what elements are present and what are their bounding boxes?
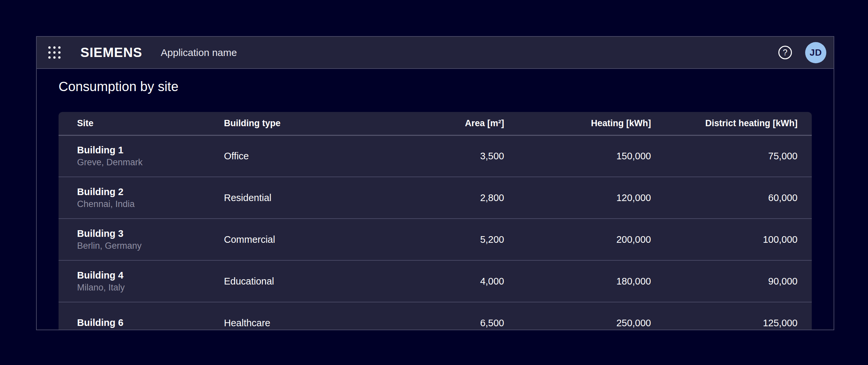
building-type-cell: Healthcare	[224, 302, 357, 330]
question-mark-glyph: ?	[783, 48, 787, 57]
site-cell: Building 4 Milano, Italy	[59, 260, 224, 302]
dot	[58, 46, 61, 49]
help-icon[interactable]: ?	[778, 46, 792, 59]
table-row[interactable]: Building 3 Berlin, Germany Commercial 5,…	[59, 219, 812, 260]
app-window: SIEMENS Application name ? JD Consumptio…	[36, 36, 834, 330]
area-cell: 2,800	[357, 177, 504, 219]
building-type-cell: Educational	[224, 260, 357, 302]
table-header-row: SiteBuilding typeArea [m²]Heating [kWh]D…	[59, 112, 812, 135]
site-name: Building 2	[77, 186, 224, 198]
app-switcher-icon[interactable]	[48, 46, 61, 59]
siemens-logo: SIEMENS	[81, 45, 142, 60]
site-name: Building 3	[77, 228, 224, 240]
page-content: Consumption by site SiteBuilding typeAre…	[37, 79, 834, 330]
table-row[interactable]: Building 1 Greve, Denmark Office 3,500 1…	[59, 135, 812, 177]
district-heating-cell: 100,000	[651, 219, 812, 260]
table-row[interactable]: Building 4 Milano, Italy Educational 4,0…	[59, 260, 812, 302]
site-name: Building 1	[77, 144, 224, 156]
district-heating-cell: 125,000	[651, 302, 812, 330]
heating-cell: 120,000	[504, 177, 651, 219]
consumption-table: SiteBuilding typeArea [m²]Heating [kWh]D…	[59, 112, 812, 330]
heating-cell: 200,000	[504, 219, 651, 260]
site-cell: Building 3 Berlin, Germany	[59, 219, 224, 260]
district-heating-cell: 90,000	[651, 260, 812, 302]
table-body: Building 1 Greve, Denmark Office 3,500 1…	[59, 135, 812, 330]
column-header: Building type	[224, 112, 357, 135]
app-header: SIEMENS Application name ? JD	[37, 37, 834, 69]
dot	[58, 56, 61, 59]
dot	[48, 51, 51, 54]
column-header: District heating [kWh]	[651, 112, 812, 135]
area-cell: 3,500	[357, 135, 504, 177]
avatar-initials: JD	[810, 47, 822, 58]
dot	[53, 56, 56, 59]
area-cell: 6,500	[357, 302, 504, 330]
building-type-cell: Commercial	[224, 219, 357, 260]
column-header: Heating [kWh]	[504, 112, 651, 135]
dot	[48, 46, 51, 49]
site-name: Building 4	[77, 269, 224, 281]
building-type-cell: Office	[224, 135, 357, 177]
site-cell: Building 2 Chennai, India	[59, 177, 224, 219]
site-cell: Building 6	[59, 302, 224, 330]
site-location: Greve, Denmark	[77, 157, 224, 168]
site-location: Chennai, India	[77, 198, 224, 210]
site-name: Building 6	[77, 317, 224, 329]
column-header: Site	[59, 112, 224, 135]
dot	[53, 46, 56, 49]
application-name: Application name	[161, 47, 237, 58]
dot	[58, 51, 61, 54]
area-cell: 4,000	[357, 260, 504, 302]
user-avatar[interactable]: JD	[805, 42, 826, 63]
site-location: Milano, Italy	[77, 282, 224, 293]
table-row[interactable]: Building 6 Healthcare 6,500 250,000 125,…	[59, 302, 812, 330]
heating-cell: 150,000	[504, 135, 651, 177]
district-heating-cell: 75,000	[651, 135, 812, 177]
heating-cell: 180,000	[504, 260, 651, 302]
column-header: Area [m²]	[357, 112, 504, 135]
district-heating-cell: 60,000	[651, 177, 812, 219]
heating-cell: 250,000	[504, 302, 651, 330]
site-location: Berlin, Germany	[77, 240, 224, 251]
page-title: Consumption by site	[59, 79, 812, 94]
dot	[53, 51, 56, 54]
building-type-cell: Residential	[224, 177, 357, 219]
area-cell: 5,200	[357, 219, 504, 260]
header-actions: ? JD	[778, 42, 826, 63]
site-cell: Building 1 Greve, Denmark	[59, 135, 224, 177]
dot	[48, 56, 51, 59]
table-row[interactable]: Building 2 Chennai, India Residential 2,…	[59, 177, 812, 219]
